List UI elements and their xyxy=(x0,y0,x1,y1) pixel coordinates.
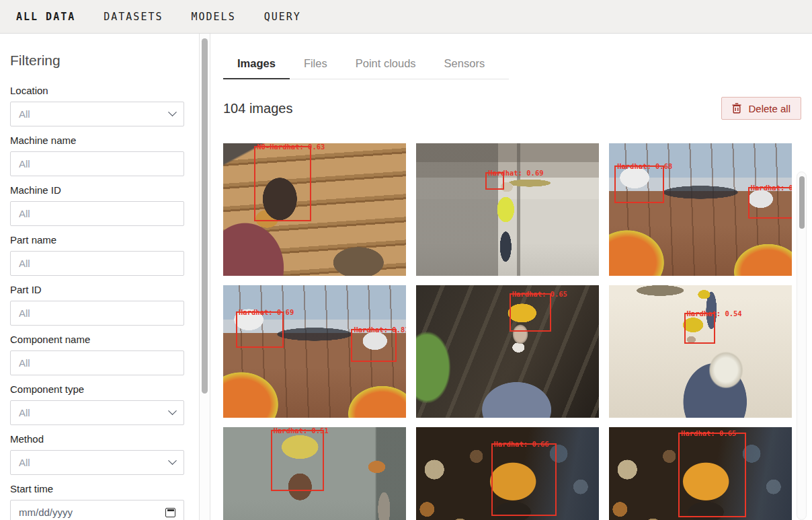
image-card[interactable]: Hardhat: 0.54 xyxy=(609,285,792,418)
main-panel: Images Files Point clouds Sensors 104 im… xyxy=(210,34,812,520)
nav-item-query[interactable]: QUERY xyxy=(264,11,301,23)
chevron-down-icon xyxy=(168,108,177,116)
filter-label: Machine name xyxy=(10,135,186,146)
detection-box: Hardhat: 0.75 xyxy=(748,187,792,219)
part-name-input[interactable] xyxy=(19,258,175,269)
select-value: All xyxy=(19,407,30,418)
filter-label: Machine ID xyxy=(10,184,186,196)
detection-label: Hardhat: 0.69 xyxy=(239,309,294,318)
location-select[interactable]: All xyxy=(10,102,184,126)
image-card[interactable]: Hardhat: 0.69Hardhat: 0.81 xyxy=(223,285,406,418)
nav-item-datasets[interactable]: DATASETS xyxy=(104,11,163,23)
image-grid: NO-Hardhat: 0.63Hardhat: 0.69Hardhat: 0.… xyxy=(223,143,792,520)
component-name-field-wrap xyxy=(10,350,184,375)
filter-label: Part ID xyxy=(10,284,186,295)
select-value: All xyxy=(19,108,30,120)
count-row: 104 images Delete all xyxy=(223,97,812,120)
image-card[interactable]: Hardhat: 0.65 xyxy=(416,285,599,418)
image-card[interactable]: NO-Hardhat: 0.63 xyxy=(223,143,406,276)
detection-label: NO-Hardhat: 0.63 xyxy=(257,143,325,151)
filter-label: Start time xyxy=(10,483,186,494)
chevron-down-icon xyxy=(168,406,177,415)
detection-box: Hardhat: 0.66 xyxy=(491,443,557,516)
date-placeholder: mm/dd/yyyy xyxy=(19,507,73,518)
start-time-date-input[interactable]: mm/dd/yyyy xyxy=(10,500,184,520)
part-name-field-wrap xyxy=(10,251,184,276)
detection-box: Hardhat: 0.69 xyxy=(485,172,503,190)
image-card[interactable]: Hardhat: 0.51 xyxy=(223,427,406,520)
detection-box: Hardhat: 0.69 xyxy=(236,311,284,347)
tab-files[interactable]: Files xyxy=(290,52,341,79)
content-area: Filtering Location All Machine name Mach… xyxy=(0,34,812,520)
component-type-select[interactable]: All xyxy=(10,400,184,425)
tab-point-clouds[interactable]: Point clouds xyxy=(341,52,430,79)
image-card[interactable]: Hardhat: 0.69 xyxy=(416,143,599,276)
machine-name-field-wrap xyxy=(10,151,184,176)
part-id-field-wrap xyxy=(10,301,184,326)
filter-start-time: Start time mm/dd/yyyy xyxy=(10,483,186,520)
image-card[interactable]: Hardhat: 0.65 xyxy=(609,427,792,520)
select-value: All xyxy=(19,457,30,468)
filter-label: Part name xyxy=(10,234,186,246)
detection-label: Hardhat: 0.65 xyxy=(681,430,736,438)
part-id-input[interactable] xyxy=(19,307,175,319)
nav-item-all-data[interactable]: ALL DATA xyxy=(16,11,75,23)
tab-sensors[interactable]: Sensors xyxy=(430,52,499,79)
grid-scrollbar[interactable] xyxy=(797,172,807,520)
detection-box: Hardhat: 0.65 xyxy=(510,293,552,332)
filter-machine-name: Machine name xyxy=(10,135,186,176)
filter-location: Location All xyxy=(10,85,186,126)
filter-part-id: Part ID xyxy=(10,284,186,326)
machine-id-field-wrap xyxy=(10,201,184,226)
top-nav: ALL DATA DATASETS MODELS QUERY xyxy=(0,0,812,34)
detection-box: Hardhat: 0.68 xyxy=(614,165,663,202)
detection-label: Hardhat: 0.65 xyxy=(512,291,567,299)
grid-scrollbar-thumb[interactable] xyxy=(799,176,805,229)
machine-name-input[interactable] xyxy=(19,158,175,170)
machine-id-input[interactable] xyxy=(19,208,175,219)
calendar-icon[interactable] xyxy=(165,508,175,517)
image-card[interactable]: Hardhat: 0.68Hardhat: 0.75 xyxy=(609,143,792,276)
filter-label: Location xyxy=(10,85,186,96)
component-name-input[interactable] xyxy=(19,357,175,369)
filter-component-name: Component name xyxy=(10,334,186,375)
filter-machine-id: Machine ID xyxy=(10,184,186,226)
delete-all-button[interactable]: Delete all xyxy=(721,97,801,120)
tab-bar: Images Files Point clouds Sensors xyxy=(223,52,509,79)
filter-sidebar: Filtering Location All Machine name Mach… xyxy=(0,34,199,520)
detection-label: Hardhat: 0.51 xyxy=(274,427,329,435)
sidebar-title: Filtering xyxy=(10,52,186,69)
detection-label: Hardhat: 0.75 xyxy=(751,184,792,192)
image-card[interactable]: Hardhat: 0.66 xyxy=(416,427,599,520)
sidebar-scrollbar-thumb[interactable] xyxy=(202,38,208,394)
image-count: 104 images xyxy=(223,101,292,116)
nav-item-models[interactable]: MODELS xyxy=(192,11,236,23)
filter-method: Method All xyxy=(10,433,186,475)
sidebar-scrollbar[interactable] xyxy=(199,34,210,520)
detection-box: Hardhat: 0.54 xyxy=(684,313,715,343)
detection-label: Hardhat: 0.68 xyxy=(617,163,672,172)
trash-icon xyxy=(732,103,741,114)
detection-label: Hardhat: 0.54 xyxy=(687,311,742,319)
chevron-down-icon xyxy=(168,456,177,465)
detection-label: Hardhat: 0.81 xyxy=(354,326,406,334)
tab-images[interactable]: Images xyxy=(223,52,290,79)
detection-box: Hardhat: 0.51 xyxy=(271,430,324,491)
method-select[interactable]: All xyxy=(10,450,184,475)
filter-part-name: Part name xyxy=(10,234,186,276)
filter-label: Component type xyxy=(10,383,186,395)
filter-component-type: Component type All xyxy=(10,383,186,425)
detection-box: Hardhat: 0.65 xyxy=(678,433,746,517)
detection-label: Hardhat: 0.66 xyxy=(494,441,549,449)
detection-label: Hardhat: 0.69 xyxy=(488,170,543,178)
detection-box: NO-Hardhat: 0.63 xyxy=(254,146,311,221)
detection-box: Hardhat: 0.81 xyxy=(351,329,397,362)
delete-all-label: Delete all xyxy=(748,103,790,114)
filter-label: Component name xyxy=(10,334,186,345)
filter-label: Method xyxy=(10,433,186,445)
